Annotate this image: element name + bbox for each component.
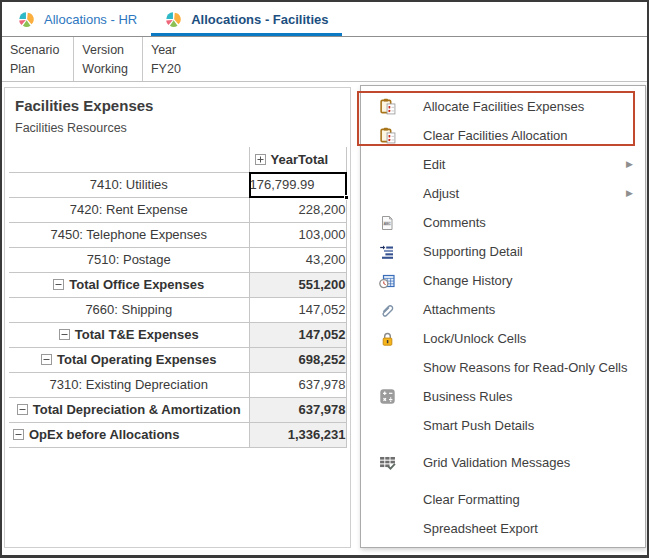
table-row: 7450: Telephone Expenses 103,000 bbox=[9, 222, 346, 247]
row-member-cell[interactable]: Total Office Expenses bbox=[9, 272, 249, 297]
menu-item-label: Clear Formatting bbox=[423, 492, 520, 507]
menu-item-label: Lock/Unlock Cells bbox=[423, 331, 526, 346]
grid-panel: Facilities Expenses Facilities Resources… bbox=[4, 87, 351, 548]
grid-rows: 7410: Utilities 176,799.99 7420: Rent Ex… bbox=[9, 172, 346, 447]
row-value-cell[interactable]: 698,252 bbox=[249, 347, 346, 372]
business-rules-icon bbox=[377, 388, 397, 405]
collapse-icon[interactable] bbox=[41, 354, 52, 365]
table-row: Total T&E Expenses 147,052 bbox=[9, 322, 346, 347]
tab-allocations-facilities[interactable]: Allocations - Facilities bbox=[151, 2, 342, 36]
row-value-cell[interactable]: 103,000 bbox=[249, 222, 346, 247]
pov-dimension-label: Scenario bbox=[10, 41, 59, 60]
table-row: 7510: Postage 43,200 bbox=[9, 247, 346, 272]
menu-item-spreadsheet-export[interactable]: Spreadsheet Export bbox=[361, 514, 645, 543]
pie-chart-icon bbox=[165, 11, 182, 28]
expand-icon[interactable] bbox=[255, 154, 266, 165]
attachments-icon bbox=[377, 302, 397, 318]
menu-item-lock-unlock-cells[interactable]: Lock/Unlock Cells bbox=[361, 324, 645, 353]
content-area: Facilities Expenses Facilities Resources… bbox=[2, 82, 647, 555]
pov-dimension-label: Version bbox=[82, 41, 128, 60]
row-member-cell[interactable]: OpEx before Allocations bbox=[9, 422, 249, 447]
table-row: 7410: Utilities 176,799.99 bbox=[9, 172, 346, 197]
row-member-label: 7310: Existing Depreciation bbox=[50, 377, 208, 392]
menu-item-label: Adjust bbox=[423, 186, 459, 201]
submenu-arrow-icon: ▶ bbox=[626, 189, 633, 198]
pov-member-value[interactable]: FY20 bbox=[151, 60, 633, 79]
row-member-label: Total T&E Expenses bbox=[75, 327, 199, 342]
menu-item-label: Clear Facilities Allocation bbox=[423, 128, 568, 143]
row-value-cell[interactable]: 637,978 bbox=[249, 397, 346, 422]
row-value-cell[interactable]: 147,052 bbox=[249, 297, 346, 322]
menu-item-label: Attachments bbox=[423, 302, 495, 317]
row-member-cell[interactable]: Total Operating Expenses bbox=[9, 347, 249, 372]
menu-item-label: Edit bbox=[423, 157, 445, 172]
menu-item-label: Spreadsheet Export bbox=[423, 521, 538, 536]
lock-icon bbox=[377, 331, 397, 347]
context-menu-items: Allocate Facilities Expenses Clear Facil… bbox=[361, 92, 645, 543]
row-member-cell[interactable]: 7310: Existing Depreciation bbox=[9, 372, 249, 397]
menu-item-smart-push-details[interactable]: Smart Push Details bbox=[361, 411, 645, 440]
rule-clipboard-icon bbox=[377, 98, 397, 115]
menu-item-business-rules[interactable]: Business Rules bbox=[361, 382, 645, 411]
column-header-label: YearTotal bbox=[271, 152, 329, 167]
menu-item-show-reasons-for-read-only-cells[interactable]: Show Reasons for Read-Only Cells bbox=[361, 353, 645, 382]
menu-item-label: Smart Push Details bbox=[423, 418, 534, 433]
row-member-cell[interactable]: 7510: Postage bbox=[9, 247, 249, 272]
svg-text:ABC: ABC bbox=[384, 221, 392, 225]
selected-cell[interactable]: 176,799.99 bbox=[249, 172, 346, 197]
menu-item-change-history[interactable]: Change History bbox=[361, 266, 645, 295]
pov-dimension-label: Year bbox=[151, 41, 633, 60]
row-value-cell[interactable]: 551,200 bbox=[249, 272, 346, 297]
row-value-cell[interactable]: 147,052 bbox=[249, 322, 346, 347]
collapse-icon[interactable] bbox=[13, 429, 24, 440]
row-member-cell[interactable]: 7420: Rent Expense bbox=[9, 197, 249, 222]
row-value-cell[interactable]: 228,200 bbox=[249, 197, 346, 222]
row-member-label: Total Operating Expenses bbox=[57, 352, 216, 367]
menu-item-allocate-facilities-expenses[interactable]: Allocate Facilities Expenses bbox=[361, 92, 645, 121]
fill-handle[interactable] bbox=[344, 195, 349, 200]
row-member-cell[interactable]: Total Depreciation & Amortization bbox=[9, 397, 249, 422]
collapse-icon[interactable] bbox=[17, 404, 28, 415]
row-member-cell[interactable]: Total T&E Expenses bbox=[9, 322, 249, 347]
context-menu: Allocate Facilities Expenses Clear Facil… bbox=[360, 85, 646, 548]
row-member-label: 7660: Shipping bbox=[85, 302, 172, 317]
menu-item-clear-facilities-allocation[interactable]: Clear Facilities Allocation bbox=[361, 121, 645, 150]
change-history-icon bbox=[377, 273, 397, 289]
column-header-yeartotal[interactable]: YearTotal bbox=[249, 147, 346, 172]
row-member-label: Total Office Expenses bbox=[69, 277, 204, 292]
row-value-cell[interactable]: 637,978 bbox=[249, 372, 346, 397]
row-member-cell[interactable]: 7660: Shipping bbox=[9, 297, 249, 322]
menu-item-label: Supporting Detail bbox=[423, 244, 523, 259]
row-value-cell[interactable]: 43,200 bbox=[249, 247, 346, 272]
table-row: 7310: Existing Depreciation 637,978 bbox=[9, 372, 346, 397]
row-member-label: Total Depreciation & Amortization bbox=[33, 402, 241, 417]
table-row: Total Depreciation & Amortization 637,97… bbox=[9, 397, 346, 422]
pov-scenario: Scenario Plan bbox=[2, 37, 74, 81]
tab-allocations-hr[interactable]: Allocations - HR bbox=[4, 2, 151, 36]
menu-item-supporting-detail[interactable]: Supporting Detail bbox=[361, 237, 645, 266]
collapse-icon[interactable] bbox=[53, 279, 64, 290]
menu-item-clear-formatting[interactable]: Clear Formatting bbox=[361, 485, 645, 514]
menu-item-adjust[interactable]: Adjust ▶ bbox=[361, 179, 645, 208]
menu-item-comments[interactable]: ABC Comments bbox=[361, 208, 645, 237]
row-member-label: 7510: Postage bbox=[87, 252, 171, 267]
row-value-cell[interactable]: 1,336,231 bbox=[249, 422, 346, 447]
pov-member-value[interactable]: Plan bbox=[10, 60, 59, 79]
menu-item-label: Business Rules bbox=[423, 389, 513, 404]
menu-item-label: Change History bbox=[423, 273, 513, 288]
submenu-arrow-icon: ▶ bbox=[626, 160, 633, 169]
row-member-cell[interactable]: 7410: Utilities bbox=[9, 172, 249, 197]
menu-item-edit[interactable]: Edit ▶ bbox=[361, 150, 645, 179]
row-member-cell[interactable]: 7450: Telephone Expenses bbox=[9, 222, 249, 247]
form-subtitle: Facilities Resources bbox=[15, 121, 350, 135]
collapse-icon[interactable] bbox=[59, 329, 70, 340]
form-title: Facilities Expenses bbox=[15, 97, 350, 114]
menu-item-grid-validation-messages[interactable]: Grid Validation Messages bbox=[361, 448, 645, 477]
table-row: OpEx before Allocations 1,336,231 bbox=[9, 422, 346, 447]
pov-year: Year FY20 bbox=[143, 37, 647, 81]
menu-item-attachments[interactable]: Attachments bbox=[361, 295, 645, 324]
pov-version: Version Working bbox=[74, 37, 143, 81]
data-grid: YearTotal 7410: Utilities 176,799.99 742… bbox=[9, 147, 347, 448]
pov-member-value[interactable]: Working bbox=[82, 60, 128, 79]
menu-item-label: Show Reasons for Read-Only Cells bbox=[423, 360, 627, 375]
